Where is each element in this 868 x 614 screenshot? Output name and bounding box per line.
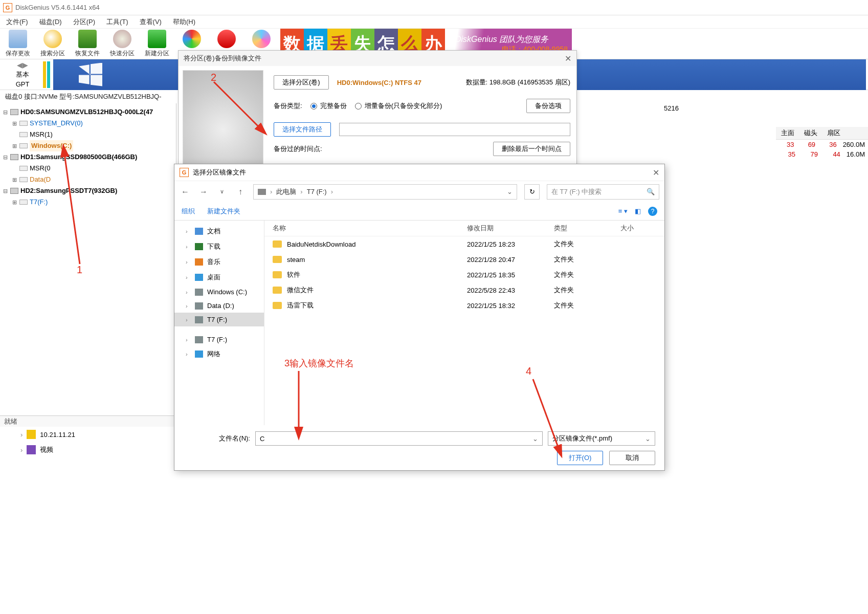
refresh-button[interactable]: ↻ — [524, 184, 540, 200]
nav-item[interactable]: ›Windows (C:) — [174, 285, 264, 299]
file-list: 名称 修改日期 类型 大小 BaiduNetdiskDownload2022/1… — [264, 221, 664, 425]
select-file-path-button[interactable]: 选择文件路径 — [274, 122, 331, 137]
col-size[interactable]: 大小 — [620, 224, 656, 233]
radio-full-backup[interactable]: 完整备份 — [310, 101, 347, 111]
tree-part-t7-f[interactable]: T7(F:) — [30, 196, 48, 208]
annotation-arrow-1 — [59, 151, 90, 271]
file-row[interactable]: 软件2022/1/25 18:35文件夹 — [264, 267, 664, 282]
tb-quickpart[interactable]: 快速分区 — [107, 30, 137, 58]
tree-part-data-d[interactable]: Data(D — [30, 174, 51, 185]
app-logo-icon: G — [180, 168, 189, 177]
history-dropdown-icon[interactable]: ∨ — [216, 188, 228, 195]
computer-icon — [27, 430, 36, 439]
filename-label: 文件名(N): — [184, 434, 250, 443]
file-path-input[interactable] — [339, 123, 570, 136]
back-icon[interactable]: ← — [180, 187, 191, 196]
nav-item[interactable]: ›音乐 — [174, 254, 264, 270]
radio-incremental-backup[interactable]: 增量备份(只备份变化部分) — [355, 101, 442, 111]
col-date[interactable]: 修改日期 — [467, 224, 554, 233]
col-type[interactable]: 类型 — [554, 224, 620, 233]
close-icon[interactable]: ✕ — [653, 168, 659, 178]
nav-item[interactable]: ›T7 (F:) — [174, 313, 264, 326]
menu-file[interactable]: 文件(F) — [6, 17, 28, 27]
file-row[interactable]: BaiduNetdiskDownload2022/1/25 18:23文件夹 — [264, 236, 664, 252]
nav-pane: ›文档›下载›音乐›桌面›Windows (C:)›Data (D:)›T7 (… — [174, 221, 264, 425]
folder-icon — [273, 240, 282, 248]
breadcrumb[interactable]: ›此电脑 ›T7 (F:) › ⌄ — [253, 184, 517, 200]
tree-part-systemdrv[interactable]: SYSTEM_DRV(0) — [30, 118, 83, 129]
side-item-network[interactable]: ›10.21.11.21 — [0, 427, 174, 442]
annotation-1: 1 — [77, 264, 82, 276]
menu-tools[interactable]: 工具(T) — [106, 17, 128, 27]
annotation-3: 3输入镜像文件名 — [284, 357, 354, 369]
data-amount: 数据量: 198.8GB (416953535 扇区) — [466, 78, 571, 87]
tb-search[interactable]: 搜索分区 — [38, 30, 68, 58]
file-row[interactable]: 微信文件2022/5/28 22:43文件夹 — [264, 282, 664, 298]
nav-icon — [195, 316, 203, 323]
view-mode-icon[interactable]: ≡ ▾ — [618, 207, 628, 215]
file-picker-title: 选择分区镜像文件 — [193, 168, 246, 177]
nav-icon — [195, 302, 203, 310]
window-titlebar: G DiskGenius V5.4.6.1441 x64 — [0, 0, 868, 15]
svg-line-1 — [214, 82, 260, 128]
nav-item[interactable]: ›网络 — [174, 346, 264, 362]
forward-icon[interactable]: → — [198, 187, 209, 196]
tree-part-msr1[interactable]: MSR(1) — [30, 129, 53, 140]
tree-disk-0[interactable]: HD0:SAMSUNGMZVLB512HBJQ-000L2(47 — [20, 106, 153, 118]
col-name[interactable]: 名称 — [273, 224, 467, 233]
organize-button[interactable]: 组织 — [182, 207, 195, 216]
up-icon[interactable]: ↑ — [235, 187, 246, 196]
nav-icon — [195, 289, 203, 296]
file-picker-dialog: G选择分区镜像文件 ✕ ← → ∨ ↑ ›此电脑 ›T7 (F:) › ⌄ ↻ … — [174, 164, 665, 471]
backup-options-button[interactable]: 备份选项 — [526, 99, 570, 113]
side-item-video[interactable]: ›视频 — [0, 442, 174, 457]
delete-last-timepoint-button[interactable]: 删除最后一个时间点 — [493, 142, 570, 156]
tree-part-msr0[interactable]: MSR(0 — [30, 163, 50, 174]
nav-icon — [195, 258, 203, 266]
tree-part-windows-c[interactable]: Windows(C:) — [30, 140, 73, 151]
menu-disk[interactable]: 磁盘(D) — [39, 17, 62, 27]
nav-item[interactable]: ›T7 (F:) — [174, 333, 264, 346]
file-row[interactable]: steam2022/1/28 20:47文件夹 — [264, 252, 664, 267]
svg-line-0 — [64, 154, 80, 264]
tb-save[interactable]: 保存更改 — [3, 30, 33, 58]
search-input[interactable]: 在 T7 (F:) 中搜索 🔍 — [547, 184, 659, 200]
status-bar: 就绪 — [0, 415, 174, 427]
help-icon[interactable]: ? — [648, 207, 657, 216]
disk-nav[interactable]: ◀▶ — [17, 61, 28, 69]
partition-icon — [19, 132, 28, 137]
new-folder-button[interactable]: 新建文件夹 — [207, 207, 240, 216]
partition-icon — [19, 200, 28, 205]
nav-icon — [195, 350, 203, 358]
menu-help[interactable]: 帮助(H) — [173, 17, 195, 27]
tb-recover[interactable]: 恢复文件 — [73, 30, 102, 58]
nav-item[interactable]: ›Data (D:) — [174, 299, 264, 313]
close-icon[interactable]: ✕ — [565, 54, 571, 63]
search-icon: 🔍 — [647, 188, 655, 195]
folder-icon — [273, 256, 282, 263]
nav-icon — [195, 243, 203, 250]
menu-partition[interactable]: 分区(P) — [73, 17, 95, 27]
nav-icon — [195, 274, 203, 281]
cancel-button[interactable]: 取消 — [609, 451, 655, 465]
nav-item[interactable]: ›桌面 — [174, 270, 264, 285]
folder-icon — [273, 302, 282, 309]
windows-logo-icon — [79, 63, 102, 86]
annotation-arrow-4 — [528, 377, 569, 455]
backup-dialog-title: 将分区(卷)备份到镜像文件 — [184, 54, 261, 63]
partition-icon — [19, 143, 28, 148]
nav-icon — [195, 336, 203, 343]
preview-pane-icon[interactable]: ◧ — [635, 207, 641, 215]
chevron-down-icon[interactable]: ⌄ — [507, 188, 513, 195]
file-row[interactable]: 迅雷下载2022/1/25 18:32文件夹 — [264, 298, 664, 313]
partition-info: HD0:Windows(C:) NTFS 47 — [337, 79, 421, 86]
menu-view[interactable]: 查看(V) — [140, 17, 162, 27]
window-title: DiskGenius V5.4.6.1441 x64 — [15, 4, 100, 11]
annotation-2: 2 — [211, 72, 216, 83]
tb-newpart[interactable]: 新建分区 — [142, 30, 172, 58]
nav-item[interactable]: ›下载 — [174, 239, 264, 254]
select-partition-button[interactable]: 选择分区(卷) — [274, 75, 329, 90]
nav-item[interactable]: ›文档 — [174, 224, 264, 239]
annotation-4: 4 — [526, 365, 531, 377]
folder-icon — [273, 271, 282, 278]
